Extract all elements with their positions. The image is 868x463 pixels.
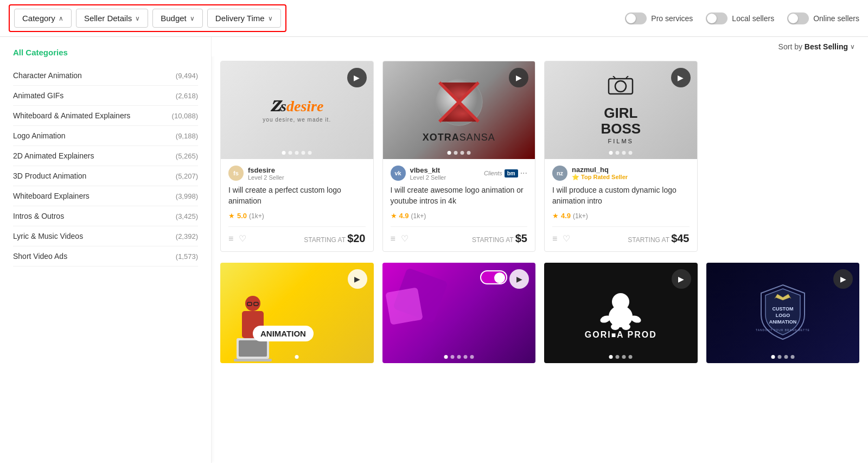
local-sellers-toggle[interactable]	[706, 12, 727, 24]
starting-at-label-3: STARTING AT	[628, 236, 671, 244]
dot-1	[609, 151, 613, 155]
category-filter-button[interactable]: Category ∧	[14, 9, 72, 28]
thumb-dot	[790, 355, 794, 359]
dot-4	[302, 151, 305, 155]
play-button-1[interactable]: ▶	[347, 68, 367, 87]
gig-card-3[interactable]: GIRLBOSS FILMS ▶ nz nazmu	[544, 61, 698, 252]
svg-text:LOGO: LOGO	[776, 313, 790, 318]
bottom-thumb-3[interactable]: GORI■A PROD ▶	[544, 263, 698, 363]
sidebar-item-logo-animation[interactable]: Logo Animation (9,188)	[13, 126, 198, 146]
price-1: $20	[347, 232, 365, 244]
sidebar-item-count: (2,392)	[176, 232, 198, 240]
heart-icon-2[interactable]: ♡	[401, 233, 409, 244]
bottom-thumb-1[interactable]: ANIMATION ▶	[220, 263, 374, 363]
girlboss-sub: FILMS	[608, 138, 634, 144]
sort-chevron-icon[interactable]: ∨	[850, 43, 855, 50]
star-icon-3: ★	[552, 212, 559, 220]
gig-rating-1: ★ 5.0 (1k+)	[228, 212, 366, 220]
pro-services-toggle[interactable]	[625, 12, 647, 24]
gig-card-1[interactable]: 𝐙sdesire you desire, we made it. ▶	[220, 61, 374, 252]
sidebar-item-count: (3,425)	[176, 212, 198, 220]
sort-bar: Sort by Best Selling ∨	[212, 37, 868, 56]
heart-icon-1[interactable]: ♡	[239, 233, 246, 244]
budget-filter-button[interactable]: Budget ∨	[152, 9, 203, 28]
price-area-2: STARTING AT $5	[472, 232, 527, 245]
sidebar-item-2d-animated[interactable]: 2D Animated Explainers (5,265)	[13, 146, 198, 166]
svg-point-4	[615, 81, 626, 92]
gig-footer-2: ≡ ♡ STARTING AT $5	[391, 226, 528, 245]
thumb-dot	[444, 355, 448, 359]
sidebar-item-whiteboard-explainers[interactable]: Whiteboard Explainers (3,998)	[13, 186, 198, 206]
play-button-3[interactable]: ▶	[671, 68, 691, 87]
play-button-bt2[interactable]: ▶	[509, 269, 529, 289]
sidebar-item-lyric-music[interactable]: Lyric & Music Videos (2,392)	[13, 226, 198, 246]
sidebar-item-animated-gifs[interactable]: Animated GIFs (2,618)	[13, 86, 198, 106]
seller-details-filter-button[interactable]: Seller Details ∨	[76, 9, 148, 28]
sidebar-item-label: 2D Animated Explainers	[13, 151, 94, 160]
gig-title-3[interactable]: I will produce a custom dynamic logo ani…	[552, 185, 690, 206]
thumb-dot	[622, 355, 626, 359]
avatar-1: fs	[228, 166, 244, 181]
seller-name-3[interactable]: nazmul_hq	[572, 166, 690, 174]
play-button-bt1[interactable]: ▶	[348, 269, 367, 289]
thumb-dot	[450, 355, 454, 359]
online-sellers-toggle[interactable]	[787, 12, 809, 24]
seller-name-1[interactable]: fsdesire	[248, 166, 366, 174]
sidebar-item-short-video[interactable]: Short Video Ads (1,573)	[13, 246, 198, 267]
rating-count-2: (1k+)	[411, 212, 426, 220]
seller-name-2[interactable]: vlbes_klt	[410, 166, 480, 174]
filter-bar: Category ∧ Seller Details ∨ Budget ∨ Del…	[0, 0, 868, 37]
category-filter-label: Category	[22, 14, 55, 23]
online-sellers-toggle-item: Online sellers	[787, 12, 859, 24]
gig-title-2[interactable]: I will create awesome logo animation or …	[391, 185, 528, 206]
thumb-dots-bt1	[295, 355, 299, 359]
play-button-bt3[interactable]: ▶	[672, 269, 691, 289]
thumb-dot	[629, 355, 633, 359]
delivery-time-filter-button[interactable]: Delivery Time ∨	[207, 9, 281, 28]
dot-1	[282, 151, 286, 155]
starting-at-label-2: STARTING AT	[472, 236, 515, 244]
dot-3	[460, 151, 464, 155]
gig-rating-2: ★ 4.9 (1k+)	[391, 212, 528, 220]
heart-icon-3[interactable]: ♡	[563, 233, 570, 244]
seller-info-3: nazmul_hq ⭐ Top Rated Seller	[572, 166, 690, 181]
sidebar-item-3d-product[interactable]: 3D Product Animation (5,207)	[13, 166, 198, 186]
delivery-time-chevron-icon: ∨	[268, 15, 273, 22]
thumb-dots-bt4	[771, 355, 794, 359]
gig-thumbnail-2: XOTRASANSA ▶	[383, 61, 535, 159]
sidebar-item-count: (10,088)	[172, 112, 198, 120]
bottom-thumb-2[interactable]: ▶	[382, 263, 536, 363]
filter-buttons-group: Category ∧ Seller Details ∨ Budget ∨ Del…	[9, 4, 286, 32]
dot-3	[622, 151, 626, 155]
play-button-bt4[interactable]: ▶	[833, 269, 853, 289]
list-icon-1[interactable]: ≡	[228, 234, 233, 244]
svg-line-7	[626, 76, 628, 78]
price-area-1: STARTING AT $20	[304, 232, 365, 245]
dot-2	[616, 151, 620, 155]
more-options-icon[interactable]: ···	[520, 168, 527, 178]
gig-card-2[interactable]: XOTRASANSA ▶ vk vlbes_klt	[382, 61, 536, 252]
dot-4	[467, 151, 470, 155]
sidebar-item-whiteboard-animated[interactable]: Whiteboard & Animated Explainers (10,088…	[13, 106, 198, 126]
rating-count-3: (1k+)	[573, 212, 588, 220]
seller-details-filter-label: Seller Details	[84, 14, 132, 23]
play-button-2[interactable]: ▶	[509, 68, 528, 87]
gig-footer-3: ≡ ♡ STARTING AT $45	[552, 226, 690, 245]
bottom-thumb-4[interactable]: CUSTOM LOGO ANIMATION STANDOUT YOUR BRAN…	[706, 263, 860, 363]
list-icon-3[interactable]: ≡	[552, 234, 557, 244]
sidebar-item-label: Whiteboard Explainers	[13, 192, 90, 200]
sidebar-item-intros-outros[interactable]: Intros & Outros (3,425)	[13, 206, 198, 226]
starting-at-label-1: STARTING AT	[304, 236, 347, 244]
thumb-dot	[784, 355, 788, 359]
sidebar-item-character-animation[interactable]: Character Animation (9,494)	[13, 66, 198, 86]
sidebar-item-count: (9,494)	[176, 72, 198, 80]
gig-thumbnail-1: 𝐙sdesire you desire, we made it. ▶	[221, 61, 373, 159]
price-area-3: STARTING AT $45	[628, 232, 689, 245]
gig-title-1[interactable]: I will create a perfect custom logo anim…	[228, 185, 366, 206]
list-icon-2[interactable]: ≡	[391, 234, 395, 244]
budget-filter-label: Budget	[161, 14, 187, 23]
thumb-dots-bt3	[609, 355, 633, 359]
gig-footer-1: ≡ ♡ STARTING AT $20	[228, 226, 366, 245]
gig-body-3: nz nazmul_hq ⭐ Top Rated Seller I will p…	[545, 159, 697, 251]
online-sellers-label: Online sellers	[813, 14, 859, 23]
